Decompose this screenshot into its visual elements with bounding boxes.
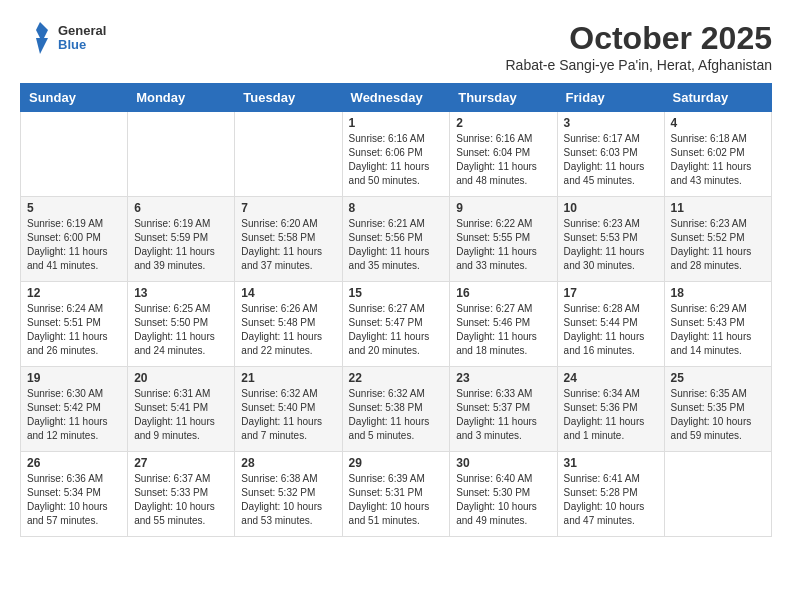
day-number: 12 <box>27 286 121 300</box>
table-row: 15Sunrise: 6:27 AMSunset: 5:47 PMDayligh… <box>342 282 450 367</box>
table-row <box>664 452 771 537</box>
day-number: 3 <box>564 116 658 130</box>
day-number: 6 <box>134 201 228 215</box>
day-detail: Sunrise: 6:34 AMSunset: 5:36 PMDaylight:… <box>564 387 658 443</box>
header-monday: Monday <box>128 84 235 112</box>
day-detail: Sunrise: 6:40 AMSunset: 5:30 PMDaylight:… <box>456 472 550 528</box>
day-number: 23 <box>456 371 550 385</box>
day-number: 1 <box>349 116 444 130</box>
table-row: 31Sunrise: 6:41 AMSunset: 5:28 PMDayligh… <box>557 452 664 537</box>
day-number: 30 <box>456 456 550 470</box>
logo: General Blue <box>20 20 106 56</box>
day-number: 24 <box>564 371 658 385</box>
day-number: 21 <box>241 371 335 385</box>
table-row: 4Sunrise: 6:18 AMSunset: 6:02 PMDaylight… <box>664 112 771 197</box>
week-row-1: 1Sunrise: 6:16 AMSunset: 6:06 PMDaylight… <box>21 112 772 197</box>
day-detail: Sunrise: 6:33 AMSunset: 5:37 PMDaylight:… <box>456 387 550 443</box>
week-row-5: 26Sunrise: 6:36 AMSunset: 5:34 PMDayligh… <box>21 452 772 537</box>
table-row: 25Sunrise: 6:35 AMSunset: 5:35 PMDayligh… <box>664 367 771 452</box>
table-row: 20Sunrise: 6:31 AMSunset: 5:41 PMDayligh… <box>128 367 235 452</box>
table-row: 21Sunrise: 6:32 AMSunset: 5:40 PMDayligh… <box>235 367 342 452</box>
calendar-table: Sunday Monday Tuesday Wednesday Thursday… <box>20 83 772 537</box>
day-detail: Sunrise: 6:18 AMSunset: 6:02 PMDaylight:… <box>671 132 765 188</box>
table-row: 2Sunrise: 6:16 AMSunset: 6:04 PMDaylight… <box>450 112 557 197</box>
day-detail: Sunrise: 6:35 AMSunset: 5:35 PMDaylight:… <box>671 387 765 443</box>
table-row: 9Sunrise: 6:22 AMSunset: 5:55 PMDaylight… <box>450 197 557 282</box>
day-number: 29 <box>349 456 444 470</box>
table-row: 5Sunrise: 6:19 AMSunset: 6:00 PMDaylight… <box>21 197 128 282</box>
table-row: 14Sunrise: 6:26 AMSunset: 5:48 PMDayligh… <box>235 282 342 367</box>
day-number: 15 <box>349 286 444 300</box>
day-number: 13 <box>134 286 228 300</box>
table-row <box>235 112 342 197</box>
table-row: 24Sunrise: 6:34 AMSunset: 5:36 PMDayligh… <box>557 367 664 452</box>
day-number: 7 <box>241 201 335 215</box>
table-row: 10Sunrise: 6:23 AMSunset: 5:53 PMDayligh… <box>557 197 664 282</box>
week-row-2: 5Sunrise: 6:19 AMSunset: 6:00 PMDaylight… <box>21 197 772 282</box>
day-detail: Sunrise: 6:23 AMSunset: 5:53 PMDaylight:… <box>564 217 658 273</box>
weekday-header-row: Sunday Monday Tuesday Wednesday Thursday… <box>21 84 772 112</box>
table-row: 7Sunrise: 6:20 AMSunset: 5:58 PMDaylight… <box>235 197 342 282</box>
day-detail: Sunrise: 6:24 AMSunset: 5:51 PMDaylight:… <box>27 302 121 358</box>
table-row: 17Sunrise: 6:28 AMSunset: 5:44 PMDayligh… <box>557 282 664 367</box>
header-thursday: Thursday <box>450 84 557 112</box>
table-row: 29Sunrise: 6:39 AMSunset: 5:31 PMDayligh… <box>342 452 450 537</box>
day-detail: Sunrise: 6:36 AMSunset: 5:34 PMDaylight:… <box>27 472 121 528</box>
day-detail: Sunrise: 6:17 AMSunset: 6:03 PMDaylight:… <box>564 132 658 188</box>
week-row-3: 12Sunrise: 6:24 AMSunset: 5:51 PMDayligh… <box>21 282 772 367</box>
day-detail: Sunrise: 6:20 AMSunset: 5:58 PMDaylight:… <box>241 217 335 273</box>
logo-blue: Blue <box>58 38 106 52</box>
day-number: 25 <box>671 371 765 385</box>
day-detail: Sunrise: 6:19 AMSunset: 5:59 PMDaylight:… <box>134 217 228 273</box>
day-number: 9 <box>456 201 550 215</box>
page-header: General Blue October 2025 Rabat-e Sangi-… <box>20 20 772 73</box>
table-row: 3Sunrise: 6:17 AMSunset: 6:03 PMDaylight… <box>557 112 664 197</box>
day-detail: Sunrise: 6:16 AMSunset: 6:06 PMDaylight:… <box>349 132 444 188</box>
table-row: 11Sunrise: 6:23 AMSunset: 5:52 PMDayligh… <box>664 197 771 282</box>
header-friday: Friday <box>557 84 664 112</box>
header-wednesday: Wednesday <box>342 84 450 112</box>
day-number: 22 <box>349 371 444 385</box>
day-number: 18 <box>671 286 765 300</box>
table-row: 30Sunrise: 6:40 AMSunset: 5:30 PMDayligh… <box>450 452 557 537</box>
table-row: 16Sunrise: 6:27 AMSunset: 5:46 PMDayligh… <box>450 282 557 367</box>
header-tuesday: Tuesday <box>235 84 342 112</box>
day-detail: Sunrise: 6:39 AMSunset: 5:31 PMDaylight:… <box>349 472 444 528</box>
table-row: 26Sunrise: 6:36 AMSunset: 5:34 PMDayligh… <box>21 452 128 537</box>
table-row: 8Sunrise: 6:21 AMSunset: 5:56 PMDaylight… <box>342 197 450 282</box>
day-detail: Sunrise: 6:30 AMSunset: 5:42 PMDaylight:… <box>27 387 121 443</box>
day-number: 2 <box>456 116 550 130</box>
day-number: 26 <box>27 456 121 470</box>
month-title: October 2025 <box>506 20 773 57</box>
day-detail: Sunrise: 6:29 AMSunset: 5:43 PMDaylight:… <box>671 302 765 358</box>
location-subtitle: Rabat-e Sangi-ye Pa'in, Herat, Afghanist… <box>506 57 773 73</box>
logo-general: General <box>58 24 106 38</box>
day-detail: Sunrise: 6:37 AMSunset: 5:33 PMDaylight:… <box>134 472 228 528</box>
day-number: 17 <box>564 286 658 300</box>
day-number: 31 <box>564 456 658 470</box>
day-detail: Sunrise: 6:28 AMSunset: 5:44 PMDaylight:… <box>564 302 658 358</box>
day-number: 4 <box>671 116 765 130</box>
table-row: 23Sunrise: 6:33 AMSunset: 5:37 PMDayligh… <box>450 367 557 452</box>
table-row <box>128 112 235 197</box>
day-number: 19 <box>27 371 121 385</box>
day-detail: Sunrise: 6:31 AMSunset: 5:41 PMDaylight:… <box>134 387 228 443</box>
day-number: 16 <box>456 286 550 300</box>
day-detail: Sunrise: 6:32 AMSunset: 5:40 PMDaylight:… <box>241 387 335 443</box>
svg-marker-0 <box>36 22 48 54</box>
table-row: 28Sunrise: 6:38 AMSunset: 5:32 PMDayligh… <box>235 452 342 537</box>
day-number: 11 <box>671 201 765 215</box>
day-number: 8 <box>349 201 444 215</box>
day-number: 10 <box>564 201 658 215</box>
day-detail: Sunrise: 6:23 AMSunset: 5:52 PMDaylight:… <box>671 217 765 273</box>
logo-icon <box>20 20 56 56</box>
table-row: 18Sunrise: 6:29 AMSunset: 5:43 PMDayligh… <box>664 282 771 367</box>
table-row: 1Sunrise: 6:16 AMSunset: 6:06 PMDaylight… <box>342 112 450 197</box>
table-row <box>21 112 128 197</box>
day-detail: Sunrise: 6:21 AMSunset: 5:56 PMDaylight:… <box>349 217 444 273</box>
day-number: 28 <box>241 456 335 470</box>
header-saturday: Saturday <box>664 84 771 112</box>
day-detail: Sunrise: 6:16 AMSunset: 6:04 PMDaylight:… <box>456 132 550 188</box>
day-detail: Sunrise: 6:22 AMSunset: 5:55 PMDaylight:… <box>456 217 550 273</box>
day-detail: Sunrise: 6:26 AMSunset: 5:48 PMDaylight:… <box>241 302 335 358</box>
